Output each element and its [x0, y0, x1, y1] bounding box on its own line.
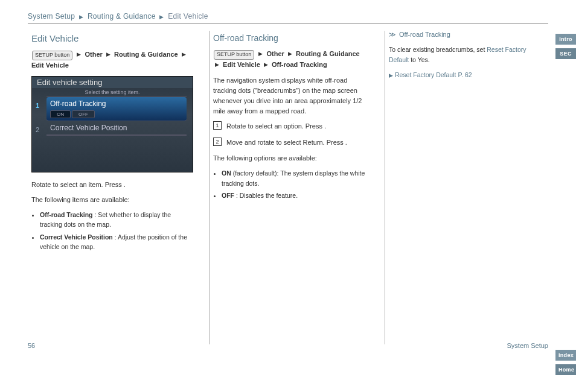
step-text: Rotate to select an option. Press . [226, 121, 326, 131]
link-arrow-icon: ▶ [389, 72, 393, 78]
sidebar-title: Off-road Tracking [399, 31, 450, 38]
item-name: Correct Vehicle Position [40, 233, 113, 241]
toggle-on[interactable]: ON [50, 110, 71, 118]
body-text: Rotate to select an item. Press . The fo… [31, 180, 193, 251]
info-arrow-icon: ≫ [389, 31, 396, 38]
footer: 56 System Setup [28, 342, 548, 349]
xref-link[interactable]: Reset Factory Default [395, 71, 456, 78]
option-name: ON [222, 169, 231, 177]
path-segment: Edit Vehicle [223, 61, 260, 68]
footer-section: System Setup [507, 342, 548, 349]
sidetab-home[interactable]: Home [555, 364, 576, 375]
step-number: 1 [213, 121, 222, 130]
row-number: 1 [36, 102, 39, 109]
breadcrumb: System Setup ▶ Routing & Guidance ▶ Edit… [28, 12, 548, 24]
instruction-text: Rotate to select an item. Press . [31, 180, 193, 190]
section-title: Edit Vehicle [31, 33, 193, 43]
button-label: SETUP button [214, 50, 254, 60]
chevron-right-icon: ▶ [288, 51, 292, 57]
device-title: Edit vehicle setting [32, 77, 193, 88]
breadcrumb-3: Edit Vehicle [168, 12, 208, 21]
path-segment: Edit Vehicle [31, 62, 69, 69]
row-number: 2 [36, 126, 39, 133]
toggle-off[interactable]: OFF [72, 110, 95, 118]
chevron-right-icon: ▶ [182, 51, 186, 57]
on-off-toggle[interactable]: ON OFF [50, 110, 183, 118]
subsection-title: Off-road Tracking [213, 33, 369, 43]
step-number: 2 [213, 138, 222, 146]
breadcrumb-2: Routing & Guidance [88, 12, 156, 21]
menu-path: SETUP button ▶ Other ▶ Routing & Guidanc… [213, 49, 369, 69]
list-item: Correct Vehicle Position : Adjust the po… [40, 232, 193, 252]
option-desc: : Disables the feature. [236, 192, 298, 199]
path-segment: Routing & Guidance [296, 50, 360, 57]
option-name: OFF [222, 192, 234, 199]
chevron-right-icon: ▶ [106, 51, 110, 57]
column-1: Edit Vehicle SETUP button ▶ Other ▶ Rout… [28, 31, 197, 344]
option-desc: (factory default): The system displays t… [222, 169, 365, 186]
button-label: SETUP button [32, 51, 72, 60]
device-row-correct-position[interactable]: 2 Correct Vehicle Position [46, 121, 187, 135]
breadcrumb-1: System Setup [28, 12, 75, 21]
row-label: Correct Vehicle Position [50, 124, 127, 132]
path-segment: Other [85, 51, 103, 58]
device-row-offroad-tracking[interactable]: 1 Off-road Tracking ON OFF [46, 97, 187, 121]
sidetab-sec[interactable]: SEC [555, 48, 576, 59]
path-segment: Other [267, 50, 284, 57]
page-number: 56 [28, 342, 35, 349]
item-name: Off-road Tracking [40, 211, 93, 218]
chevron-right-icon: ▶ [264, 62, 268, 68]
path-segment: Off-road Tracking [272, 61, 327, 68]
note-text-after: to Yes. [411, 56, 430, 63]
list-item: ON (factory default): The system display… [222, 168, 369, 188]
step-1: 1 Rotate to select an option. Press . [213, 121, 369, 131]
note-text-before: To clear existing breadcrumbs, set [389, 46, 487, 53]
row-label: Off-road Tracking [50, 100, 106, 108]
step-text: Move and rotate to select Return. Press … [226, 138, 347, 148]
chevron-right-icon: ▶ [258, 51, 263, 57]
items-label: The following items are available: [31, 195, 193, 205]
chevron-right-icon: ▶ [159, 14, 164, 20]
path-segment: Routing & Guidance [114, 51, 178, 58]
options-label: The following options are available: [213, 153, 369, 163]
chevron-right-icon: ▶ [215, 62, 219, 68]
sidetab-intro[interactable]: Intro [555, 34, 576, 45]
chevron-right-icon: ▶ [77, 51, 81, 57]
chevron-right-icon: ▶ [79, 14, 83, 20]
list-item: OFF : Disables the feature. [222, 191, 369, 200]
column-3-sidebar: ≫ Off-road Tracking To clear existing br… [385, 31, 548, 344]
menu-path: SETUP button ▶ Other ▶ Routing & Guidanc… [31, 49, 193, 70]
device-subtitle: Select the setting item. [32, 88, 193, 96]
note-text: To clear existing breadcrumbs, set Reset… [389, 45, 545, 80]
xref-page[interactable]: P. 62 [458, 71, 472, 78]
list-item: Off-road Tracking : Set whether to displ… [40, 210, 193, 230]
column-2: Off-road Tracking SETUP button ▶ Other ▶… [209, 31, 373, 344]
sidebar-heading: ≫ Off-road Tracking [389, 31, 545, 39]
step-2: 2 Move and rotate to select Return. Pres… [213, 138, 369, 148]
device-screenshot: Edit vehicle setting Select the setting … [31, 76, 193, 172]
sidetab-index[interactable]: Index [555, 350, 576, 361]
paragraph: The navigation system displays white off… [213, 75, 369, 116]
